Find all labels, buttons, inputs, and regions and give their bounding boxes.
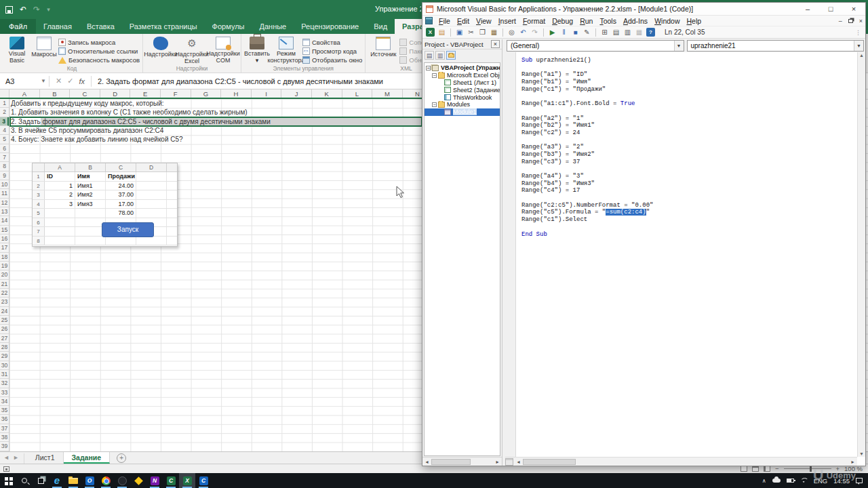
cell-text-row-2[interactable]: 1. Добавить значения в колонку C (C1 так… xyxy=(11,108,418,117)
tree-item-sheet1-лист-1-[interactable]: Sheet1 (Лист 1) xyxy=(425,79,500,87)
row-header-6[interactable]: 6 xyxy=(0,144,9,153)
normal-view-icon[interactable] xyxy=(741,466,747,472)
paste-icon[interactable]: ▦ xyxy=(490,28,498,37)
code-line[interactable]: Range("a4") = "3" xyxy=(521,173,857,180)
xml-source-button[interactable]: Источник xyxy=(368,35,398,64)
zoom-slider-thumb[interactable] xyxy=(810,466,812,472)
diamond-app-icon[interactable] xyxy=(130,473,146,488)
code-line[interactable]: Range("a3") = "2" xyxy=(521,144,857,151)
menu-edit[interactable]: Edit xyxy=(454,17,473,25)
tab-вставка[interactable]: Вставка xyxy=(79,19,122,34)
child-restore-icon[interactable] xyxy=(848,19,853,23)
tab-данные[interactable]: Данные xyxy=(252,19,294,34)
formula-bar-content[interactable]: 2. Задать формат для диапазона C2:C5 - ч… xyxy=(92,77,383,85)
procedure-dropdown[interactable]: uprazhnenie21 ▼ xyxy=(687,40,865,52)
row-header-4[interactable]: 4 xyxy=(0,126,9,135)
code-line[interactable] xyxy=(521,108,857,115)
row-header-25[interactable]: 25 xyxy=(0,316,9,325)
column-header-C[interactable]: C xyxy=(70,89,100,98)
name-box-dropdown-icon[interactable]: ▼ xyxy=(38,78,49,84)
file-explorer-icon[interactable] xyxy=(65,473,81,488)
outlook-icon[interactable]: O xyxy=(81,473,98,488)
row-header-30[interactable]: 30 xyxy=(0,361,9,370)
tree-item-sheet2-задание-[interactable]: Sheet2 (Задание) xyxy=(425,86,500,94)
code-line[interactable] xyxy=(521,195,857,202)
row-header-12[interactable]: 12 xyxy=(0,199,9,207)
tree-item-module1[interactable]: Module1 xyxy=(425,108,500,116)
row-header-2[interactable]: 2 xyxy=(0,108,9,117)
row-header-26[interactable]: 26 xyxy=(0,325,9,333)
start-button[interactable] xyxy=(0,473,16,488)
tree-item-modules[interactable]: −Modules xyxy=(425,101,500,108)
menu-window[interactable]: Window xyxy=(651,17,683,25)
row-header-34[interactable]: 34 xyxy=(0,397,9,406)
view-code-button[interactable]: Просмотр кода xyxy=(302,47,362,55)
row-header-8[interactable]: 8 xyxy=(0,162,9,171)
row-header-15[interactable]: 15 xyxy=(0,226,9,235)
view-code-icon[interactable]: ▤ xyxy=(425,51,434,60)
relative-references-button[interactable]: Относительные ссылки xyxy=(58,47,140,55)
code-line[interactable]: Sub uprazhnenie21() xyxy=(521,57,857,64)
row-header-13[interactable]: 13 xyxy=(0,207,9,216)
toggle-folders-icon[interactable] xyxy=(446,51,456,60)
menu-debug[interactable]: Debug xyxy=(549,17,576,25)
scroll-thumb[interactable] xyxy=(523,459,576,465)
row-header-16[interactable]: 16 xyxy=(0,235,9,243)
row-header-24[interactable]: 24 xyxy=(0,307,9,316)
scroll-left-icon[interactable]: ◂ xyxy=(422,459,431,465)
new-sheet-icon[interactable]: + xyxy=(117,453,126,463)
menu-run[interactable]: Run xyxy=(576,17,596,25)
macro-record-status-icon[interactable] xyxy=(3,466,9,472)
column-header-E[interactable]: E xyxy=(130,89,161,98)
view-object-icon[interactable]: ▥ xyxy=(435,51,445,60)
row-header-5[interactable]: 5 xyxy=(0,135,9,144)
search-button[interactable] xyxy=(16,473,33,488)
undo-icon[interactable]: ↶ xyxy=(519,28,528,37)
row-header-37[interactable]: 37 xyxy=(0,424,9,433)
toolbox-icon[interactable]: ▦ xyxy=(635,28,644,37)
language-indicator[interactable]: ENG xyxy=(814,477,828,485)
visual-basic-button[interactable]: Visual Basic xyxy=(4,35,30,64)
scroll-right-icon[interactable]: ▸ xyxy=(848,459,857,465)
row-header-32[interactable]: 32 xyxy=(0,379,9,388)
insert-userform-icon[interactable]: ▤ xyxy=(437,28,446,37)
sheet-tab-лист1[interactable]: Лист1 xyxy=(27,452,64,464)
sheet-nav-left-icon[interactable]: ◄ xyxy=(0,452,13,464)
column-header-M[interactable]: M xyxy=(372,89,403,98)
chrome-icon[interactable] xyxy=(98,473,114,488)
code-line[interactable]: Range("c2:c5").NumberFormat = "0.00" xyxy=(521,202,857,209)
menu-file[interactable]: File xyxy=(435,17,454,25)
excel-icon[interactable]: X xyxy=(179,473,195,488)
sheet-nav-right-icon[interactable]: ► xyxy=(13,452,22,464)
sheet-tab-задание[interactable]: Задание xyxy=(64,452,111,464)
close-icon[interactable]: × xyxy=(842,3,865,16)
hidden-icons-chevron[interactable]: ∧ xyxy=(762,478,766,484)
enter-icon[interactable]: ✓ xyxy=(67,77,73,85)
redo-icon[interactable]: ↷ xyxy=(33,3,40,16)
row-header-1[interactable]: 1 xyxy=(0,99,9,108)
battery-icon[interactable] xyxy=(787,479,794,483)
excel-icon[interactable]: X xyxy=(426,28,435,37)
code-line[interactable]: Range("c2") = 24 xyxy=(521,129,857,137)
menu-tools[interactable]: Tools xyxy=(596,17,620,25)
save-icon[interactable] xyxy=(5,6,13,14)
cell-text-row-1[interactable]: Добавить к предыдущему коду макрос, кото… xyxy=(11,99,418,108)
menu-help[interactable]: Help xyxy=(683,17,705,25)
object-dropdown[interactable]: (General) ▼ xyxy=(507,40,684,52)
row-header-33[interactable]: 33 xyxy=(0,388,9,397)
code-line[interactable]: Range("c3") = 37 xyxy=(521,159,857,166)
cell-text-row-5[interactable]: 4. Бонус: Знаете как добавить линию над … xyxy=(11,135,418,144)
row-header-10[interactable]: 10 xyxy=(0,180,9,189)
find-icon[interactable]: ◎ xyxy=(507,28,516,37)
reset-icon[interactable]: ■ xyxy=(571,28,580,37)
task-view-button[interactable] xyxy=(33,473,49,488)
collapse-icon[interactable]: − xyxy=(432,73,437,78)
media-app-icon[interactable] xyxy=(114,473,130,488)
scroll-right-icon[interactable]: ▸ xyxy=(493,459,502,465)
row-header-11[interactable]: 11 xyxy=(0,189,9,198)
customize-qat-icon[interactable]: ▾ xyxy=(47,3,50,16)
clock[interactable]: 14:55 xyxy=(833,477,850,485)
menu-add-ins[interactable]: Add-Ins xyxy=(620,17,651,25)
com-addins-button[interactable]: Надстройки COM xyxy=(208,35,238,64)
onenote-icon[interactable]: N xyxy=(146,473,163,488)
